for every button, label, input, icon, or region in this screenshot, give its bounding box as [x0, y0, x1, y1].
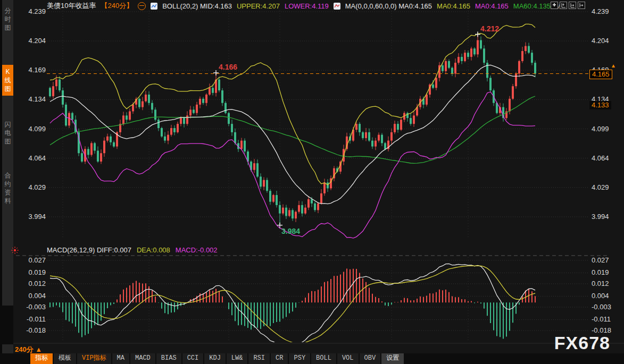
- price-axis-label-left: 4.099: [18, 125, 46, 133]
- ma-values: MA(0,0,0,60,0,0) MA0:4.165: [345, 2, 432, 10]
- macd-axis-label-left: 0.004: [18, 292, 46, 300]
- scale-y-axis-icon[interactable]: [560, 2, 567, 9]
- price-axis-label-left: 4.204: [18, 37, 46, 45]
- chart-canvas[interactable]: 4.1664.2123.984: [0, 0, 624, 364]
- macd-axis-label-left: -0.018: [18, 326, 46, 334]
- price-axis-label-right: 4.239: [592, 7, 621, 15]
- low-price-annotation: 3.984: [281, 227, 300, 235]
- window-layout-icons: [551, 2, 585, 9]
- indicator-toolbar: 指标模板VIP指标MAMACDBIASCCIKDJLW&RSICRPSYBOLL…: [0, 353, 624, 364]
- current-price-arrow-icon: ▲: [611, 63, 616, 69]
- price-axis-label-left: 4.064: [18, 154, 46, 162]
- indicator-header: 美债10年收益率 【240分】 BOLL(20,2) MID:4.163 UPP…: [47, 1, 561, 11]
- toolbar-button-设置[interactable]: 设置: [381, 353, 404, 364]
- macd-axis-label-left: 0.019: [18, 268, 46, 276]
- macd-axis-label-right: 0.012: [592, 280, 621, 287]
- price-axis-label-left: 3.994: [18, 213, 46, 221]
- toolbar-button-指标[interactable]: 指标: [30, 353, 53, 364]
- toolbar-button-模板[interactable]: 模板: [54, 353, 76, 364]
- period-badge[interactable]: 【240分】: [101, 1, 133, 11]
- macd-axis-label-left: -0.003: [18, 303, 46, 311]
- macd-axis-label-right: -0.003: [592, 303, 621, 311]
- symbol-title: 美债10年收益率: [47, 1, 96, 11]
- toolbar-button-VOL[interactable]: VOL: [337, 353, 359, 364]
- toolbar-button-LW&[interactable]: LW&: [227, 353, 248, 364]
- ma-magenta-value: MA0:4.165: [475, 2, 509, 10]
- toolbar-button-PSY[interactable]: PSY: [289, 353, 310, 364]
- price-axis-label-left: 4.029: [18, 183, 46, 191]
- toolbar-button-BOLL[interactable]: BOLL: [311, 353, 336, 364]
- scale-x-axis-icon[interactable]: [569, 2, 576, 9]
- toolbar-button-MACD[interactable]: MACD: [130, 353, 155, 364]
- time-axis: 11/1011/1511/212025/11/24 20:00~00:00 —1…: [0, 344, 624, 353]
- toolbar-button-BIAS[interactable]: BIAS: [156, 353, 181, 364]
- pan-right-icon[interactable]: [578, 2, 585, 9]
- price-axis-label-left: 4.134: [18, 95, 46, 103]
- toolbar-button-CR[interactable]: CR: [271, 353, 288, 364]
- toolbar-button-VIP指标[interactable]: VIP指标: [77, 353, 111, 364]
- boll-indicator-icon[interactable]: [151, 3, 157, 10]
- macd-axis-label-left: -0.011: [18, 315, 46, 323]
- toolbar-button-KDJ[interactable]: KDJ: [204, 353, 226, 364]
- collapse-circle-minus-icon[interactable]: [138, 2, 146, 10]
- price-axis-label-right: 4.204: [592, 37, 621, 45]
- boll-values: BOLL(20,2) MID:4.163: [162, 2, 232, 10]
- current-price-tag: 4.165: [589, 70, 612, 79]
- price-axis-label-left: 4.239: [18, 7, 46, 15]
- ma-indicator-icon[interactable]: [334, 3, 340, 10]
- ma60-value: MA60:4.135: [513, 2, 551, 10]
- secondary-price-tag: 4.133: [589, 101, 611, 109]
- watermark-logo: FX678: [554, 333, 610, 353]
- macd-axis-label-left: 0.027: [18, 256, 46, 264]
- price-axis-label-right: 3.994: [592, 213, 621, 221]
- price-axis-label-left: 4.169: [18, 66, 46, 74]
- toolbar-button-OBV[interactable]: OBV: [360, 353, 381, 364]
- high-price-annotation: 4.212: [480, 24, 499, 33]
- macd-axis-label-right: -0.011: [592, 315, 621, 323]
- macd-axis-label-right: 0.019: [592, 268, 621, 276]
- price-axis-label-right: 4.029: [592, 183, 621, 191]
- boll-upper-value: UPPER:4.207: [237, 2, 280, 10]
- macd-alert-star-icon[interactable]: [11, 246, 19, 255]
- macd-bar-value: MACD:-0.002: [176, 246, 218, 254]
- chart-application-window: 4.1664.2123.984 分时图K线图闪电图合约资料 美债10年收益率 【…: [0, 0, 624, 364]
- macd-axis-label-right: 0.027: [592, 256, 621, 264]
- macd-dea-value: DEA:0.008: [137, 246, 170, 254]
- price-axis-label-right: 4.099: [592, 125, 621, 133]
- macd-diff-value: MACD(26,12,9) DIFF:0.007: [47, 246, 131, 254]
- price-axis-label-right: 4.064: [592, 154, 621, 162]
- macd-axis-label-right: 0.004: [592, 292, 621, 300]
- layout-grid-icon[interactable]: [551, 2, 558, 9]
- macd-indicator-header: MACD(26,12,9) DIFF:0.007 DEA:0.008 MACD:…: [47, 246, 218, 254]
- toolbar-button-MA[interactable]: MA: [112, 353, 129, 364]
- toolbar-button-RSI[interactable]: RSI: [248, 353, 270, 364]
- boll-lower-value: LOWER:4.119: [285, 2, 329, 10]
- high-price-annotation: 4.166: [219, 63, 237, 71]
- macd-axis-label-left: 0.012: [18, 280, 46, 287]
- ma-yellow-value: MA0:4.165: [437, 2, 470, 10]
- toolbar-button-CCI[interactable]: CCI: [182, 353, 204, 364]
